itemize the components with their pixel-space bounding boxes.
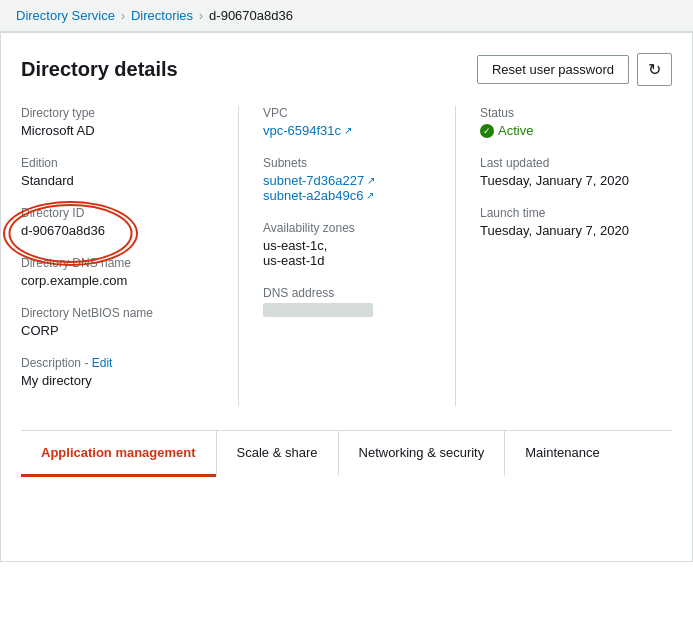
directory-type-value: Microsoft AD xyxy=(21,123,218,138)
directory-id-wrapper: d-90670a8d36 xyxy=(21,223,105,238)
subnet1-link[interactable]: subnet-7d36a227 ↗ xyxy=(263,173,375,188)
edition-label: Edition xyxy=(21,156,218,170)
vpc-value: vpc-6594f31c ↗ xyxy=(263,123,435,138)
directory-type-label: Directory type xyxy=(21,106,218,120)
directory-id-value: d-90670a8d36 xyxy=(21,223,105,238)
description-item: Description - Edit My directory xyxy=(21,356,218,388)
tab-scale-share[interactable]: Scale & share xyxy=(216,431,338,477)
tab-maintenance[interactable]: Maintenance xyxy=(504,431,619,477)
vpc-item: VPC vpc-6594f31c ↗ xyxy=(263,106,435,138)
dns-name-item: Directory DNS name corp.example.com xyxy=(21,256,218,288)
az-item: Availability zones us-east-1c,us-east-1d xyxy=(263,221,435,268)
status-item: Status ✓ Active xyxy=(480,106,652,138)
header-actions: Reset user password ↻ xyxy=(477,53,672,86)
subnet1-external-icon: ↗ xyxy=(367,175,375,186)
breadcrumb-directories-link[interactable]: Directories xyxy=(131,8,193,23)
refresh-button[interactable]: ↻ xyxy=(637,53,672,86)
subnet2-value: subnet-a2ab49c6 ↗ xyxy=(263,188,435,203)
description-label: Description - Edit xyxy=(21,356,218,370)
last-updated-label: Last updated xyxy=(480,156,652,170)
dns-address-blurred xyxy=(263,303,373,317)
page-title: Directory details xyxy=(21,58,178,81)
launch-time-item: Launch time Tuesday, January 7, 2020 xyxy=(480,206,652,238)
details-grid: Directory type Microsoft AD Edition Stan… xyxy=(21,106,672,406)
last-updated-value: Tuesday, January 7, 2020 xyxy=(480,173,652,188)
last-updated-item: Last updated Tuesday, January 7, 2020 xyxy=(480,156,652,188)
subnet1-value: subnet-7d36a227 ↗ xyxy=(263,173,435,188)
status-label: Status xyxy=(480,106,652,120)
status-value: ✓ Active xyxy=(480,123,652,138)
netbios-label: Directory NetBIOS name xyxy=(21,306,218,320)
az-label: Availability zones xyxy=(263,221,435,235)
subnet2-external-icon: ↗ xyxy=(366,190,374,201)
directory-id-item: Directory ID d-90670a8d36 xyxy=(21,206,218,238)
dns-name-label: Directory DNS name xyxy=(21,256,218,270)
tabs-row: Application management Scale & share Net… xyxy=(21,430,672,477)
vpc-link[interactable]: vpc-6594f31c ↗ xyxy=(263,123,352,138)
details-col-1: Directory type Microsoft AD Edition Stan… xyxy=(21,106,238,406)
breadcrumb-sep-2: › xyxy=(199,9,203,23)
description-edit-link[interactable]: Edit xyxy=(92,356,113,370)
az-value: us-east-1c,us-east-1d xyxy=(263,238,435,268)
reset-user-password-button[interactable]: Reset user password xyxy=(477,55,629,84)
breadcrumb-sep-1: › xyxy=(121,9,125,23)
breadcrumb: Directory Service › Directories › d-9067… xyxy=(0,0,693,32)
dns-address-item: DNS address xyxy=(263,286,435,320)
breadcrumb-service-link[interactable]: Directory Service xyxy=(16,8,115,23)
subnets-label: Subnets xyxy=(263,156,435,170)
description-value: My directory xyxy=(21,373,218,388)
netbios-item: Directory NetBIOS name CORP xyxy=(21,306,218,338)
launch-time-value: Tuesday, January 7, 2020 xyxy=(480,223,652,238)
directory-type-item: Directory type Microsoft AD xyxy=(21,106,218,138)
refresh-icon: ↻ xyxy=(648,60,661,79)
directory-id-label: Directory ID xyxy=(21,206,218,220)
edition-value: Standard xyxy=(21,173,218,188)
dns-name-value: corp.example.com xyxy=(21,273,218,288)
subnet2-link[interactable]: subnet-a2ab49c6 ↗ xyxy=(263,188,374,203)
main-content: Directory details Reset user password ↻ … xyxy=(0,32,693,562)
vpc-label: VPC xyxy=(263,106,435,120)
breadcrumb-current: d-90670a8d36 xyxy=(209,8,293,23)
dns-address-label: DNS address xyxy=(263,286,435,300)
subnets-item: Subnets subnet-7d36a227 ↗ subnet-a2ab49c… xyxy=(263,156,435,203)
vpc-external-icon: ↗ xyxy=(344,125,352,136)
details-col-3: Status ✓ Active Last updated Tuesday, Ja… xyxy=(455,106,672,406)
launch-time-label: Launch time xyxy=(480,206,652,220)
details-col-2: VPC vpc-6594f31c ↗ Subnets subnet-7d36a2… xyxy=(238,106,455,406)
header-row: Directory details Reset user password ↻ xyxy=(21,53,672,86)
edition-item: Edition Standard xyxy=(21,156,218,188)
tab-application-management[interactable]: Application management xyxy=(21,431,216,477)
status-check-icon: ✓ xyxy=(480,124,494,138)
tab-networking-security[interactable]: Networking & security xyxy=(338,431,505,477)
dns-address-value xyxy=(263,303,435,320)
netbios-value: CORP xyxy=(21,323,218,338)
